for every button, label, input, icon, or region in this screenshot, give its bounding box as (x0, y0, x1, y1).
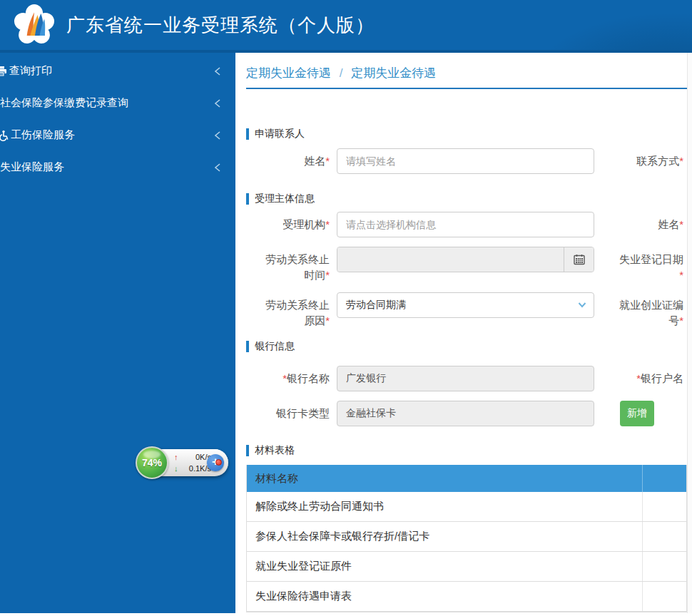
required-marker: * (679, 314, 683, 327)
sidebar-item-work-injury-insurance[interactable]: 工伤保险服务 (0, 119, 235, 151)
add-download-button[interactable]: + (207, 454, 224, 471)
sidebar-item-label: 失业保险服务 (0, 160, 214, 174)
page-body: 查询打印 社会保险参保缴费记录查询 工伤保险服务 失业保险服务 (0, 53, 692, 613)
section-bar (246, 128, 249, 140)
section-title-contact: 申请联系人 (246, 128, 687, 140)
termination-time-input-group (337, 247, 594, 272)
form-row-name: 姓名* 联系方式* (246, 148, 687, 174)
sidebar-item-query-print[interactable]: 查询打印 (0, 55, 235, 87)
termination-time-label: 劳动关系终止 时间* (246, 247, 330, 283)
sidebar-item-label: 工伤保险服务 (11, 128, 214, 142)
bank-account-name-label: *银行户名 (594, 366, 687, 386)
form-row-agency: 受理机构* 姓名* (246, 212, 687, 237)
down-arrow-icon: ↓ (174, 463, 178, 474)
form-row-termination-reason: 劳动关系终止 原因* 劳动合同期满 就业创业证编 号* (246, 292, 687, 329)
sidebar-item-unemployment-insurance[interactable]: 失业保险服务 (0, 151, 235, 183)
table-row: 解除或终止劳动合同通知书 (247, 492, 686, 522)
breadcrumb-current-link[interactable]: 定期失业金待遇 (351, 66, 436, 80)
section-label: 申请联系人 (255, 128, 305, 140)
chevron-left-icon (214, 130, 221, 140)
material-name-cell: 解除或终止劳动合同通知书 (247, 492, 643, 521)
chevron-left-icon (214, 66, 221, 76)
required-marker: * (679, 269, 683, 281)
calendar-icon (574, 254, 585, 265)
form-row-bank-card-type: 银行卡类型 新增 (246, 401, 687, 426)
employment-cert-no-label: 就业创业证编 号* (594, 292, 687, 329)
main-content: 定期失业金待遇 / 定期失业金待遇 申请联系人 姓名* 联系方式* 受理主体信息 (235, 53, 692, 613)
kapok-flower-logo-icon (13, 4, 56, 46)
agency-input[interactable] (337, 212, 594, 237)
vertical-scrollbar[interactable] (687, 53, 692, 613)
material-action-cell (643, 522, 686, 551)
download-speed-widget: ↑ 0K/s ↓ 0.1K/s + 74% (136, 446, 228, 479)
required-marker: * (679, 155, 683, 167)
form-row-bank-name: *银行名称 *银行户名 (246, 366, 687, 391)
form-row-termination-time: 劳动关系终止 时间* (246, 247, 687, 283)
breadcrumb: 定期失业金待遇 / 定期失业金待遇 (246, 53, 687, 89)
app-header: 广东省统一业务受理系统（个人版） (0, 0, 692, 53)
table-row: 就业失业登记证原件 (247, 552, 686, 582)
material-action-cell (643, 492, 686, 521)
termination-reason-label: 劳动关系终止 原因* (246, 292, 330, 329)
material-name-cell: 参保人社会保障卡或银行存折/借记卡 (247, 522, 643, 551)
material-action-cell (643, 582, 686, 611)
section-bar (246, 193, 249, 205)
chevron-left-icon (214, 163, 221, 173)
termination-time-input[interactable] (337, 247, 564, 272)
bank-name-input[interactable] (337, 366, 594, 391)
bank-name-label: *银行名称 (246, 366, 330, 386)
section-label: 银行信息 (255, 340, 295, 353)
sidebar-nav: 查询打印 社会保险参保缴费记录查询 工伤保险服务 失业保险服务 (0, 53, 235, 613)
section-label: 材料表格 (255, 444, 295, 457)
app-title: 广东省统一业务受理系统（个人版） (66, 13, 375, 38)
material-name-cell: 就业失业登记证原件 (247, 552, 643, 581)
section-bar (246, 445, 249, 456)
up-arrow-icon: ↑ (174, 451, 178, 463)
progress-percent-badge[interactable]: 74% (136, 446, 168, 479)
speed-readout: ↑ 0K/s ↓ 0.1K/s (174, 451, 211, 474)
section-label: 受理主体信息 (255, 192, 315, 205)
required-marker: * (325, 269, 330, 281)
selected-option-label: 劳动合同期满 (346, 299, 406, 312)
name2-label: 姓名* (594, 212, 687, 232)
bank-card-type-label: 银行卡类型 (246, 401, 330, 421)
material-name-cell: 失业保险待遇申请表 (247, 582, 643, 611)
sidebar-item-label: 查询打印 (9, 64, 214, 78)
chevron-left-icon (214, 98, 221, 108)
section-title-bank: 银行信息 (246, 340, 687, 353)
materials-action-column-header (643, 465, 686, 492)
materials-name-column-header: 材料名称 (247, 465, 643, 492)
printer-icon (0, 66, 7, 77)
section-title-subject: 受理主体信息 (246, 192, 687, 205)
wheelchair-icon (0, 130, 9, 141)
date-picker-button[interactable] (564, 247, 594, 272)
section-bar (246, 341, 249, 352)
material-action-cell (643, 552, 686, 581)
sidebar-item-label: 社会保险参保缴费记录查询 (0, 96, 214, 110)
bank-card-type-input[interactable] (337, 401, 594, 426)
chevron-down-icon (578, 302, 586, 309)
notification-dot (215, 459, 222, 466)
sidebar-item-social-insurance-records[interactable]: 社会保险参保缴费记录查询 (0, 87, 235, 119)
name-input[interactable] (337, 148, 594, 174)
materials-table-header: 材料名称 (247, 465, 686, 492)
materials-table: 材料名称 解除或终止劳动合同通知书 参保人社会保障卡或银行存折/借记卡 就业失业… (246, 465, 687, 612)
required-marker: * (325, 314, 330, 327)
breadcrumb-separator: / (340, 66, 343, 80)
contact-method-label: 联系方式* (594, 148, 687, 169)
table-row: 失业保险待遇申请表 (247, 582, 686, 612)
termination-reason-select[interactable]: 劳动合同期满 (337, 292, 594, 318)
section-title-materials: 材料表格 (246, 444, 687, 457)
agency-label: 受理机构* (246, 212, 330, 232)
table-row: 参保人社会保障卡或银行存折/借记卡 (247, 522, 686, 552)
breadcrumb-parent-link[interactable]: 定期失业金待遇 (246, 66, 331, 80)
name-label: 姓名* (246, 148, 330, 169)
required-marker: * (325, 218, 330, 230)
unemployment-reg-date-label: 失业登记日期 * (594, 247, 687, 283)
add-bank-card-button[interactable]: 新增 (620, 401, 654, 426)
required-marker: * (325, 155, 330, 167)
required-marker: * (679, 218, 683, 230)
